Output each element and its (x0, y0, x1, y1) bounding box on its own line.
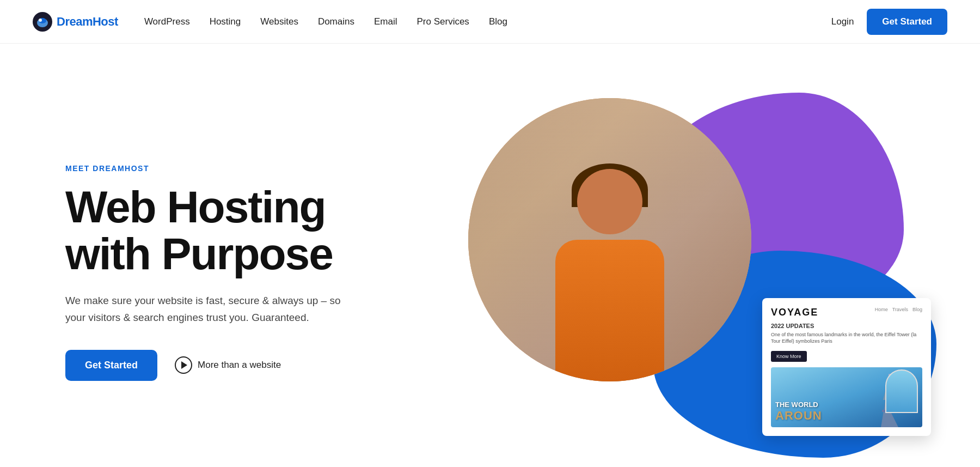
voyage-nav-blog: Blog (912, 307, 922, 312)
login-button[interactable]: Login (831, 16, 854, 27)
voyage-know-more-button[interactable]: Know More (771, 351, 807, 362)
hero-eyebrow: MEET DREAMHOST (65, 164, 403, 173)
main-nav: DreamHost WordPress Hosting Websites Dom… (0, 0, 980, 44)
hero-visual: VOYAGE Home Travels Blog 2022 UPDATES On… (436, 76, 947, 467)
photo-placeholder (468, 98, 751, 381)
nav-item-blog[interactable]: Blog (489, 16, 507, 27)
voyage-nav-home: Home (875, 307, 888, 312)
voyage-arch (885, 369, 918, 413)
voyage-world-section: THE WORLD AROUN (771, 367, 922, 427)
get-started-hero-button[interactable]: Get Started (65, 350, 157, 381)
voyage-description: One of the most famous landmarks in the … (771, 331, 922, 345)
voyage-nav-links: Home Travels Blog (875, 307, 922, 312)
person-figure (517, 153, 702, 381)
hero-photo (468, 98, 751, 381)
dreamhost-logo-icon (33, 12, 52, 32)
voyage-card-header: VOYAGE Home Travels Blog (771, 307, 922, 318)
more-than-website-button[interactable]: More than a website (175, 356, 281, 374)
logo-text: DreamHost (57, 15, 118, 29)
nav-links-list: WordPress Hosting Websites Domains Email… (144, 16, 831, 27)
person-head (577, 169, 642, 234)
get-started-nav-button[interactable]: Get Started (867, 9, 947, 35)
nav-right: Login Get Started (831, 9, 947, 35)
voyage-year-label: 2022 UPDATES (771, 323, 922, 329)
hero-title: Web Hosting with Purpose (65, 184, 403, 277)
hero-actions: Get Started More than a website (65, 350, 403, 381)
person-body (555, 240, 664, 381)
more-label-text: More than a website (198, 360, 281, 371)
hero-content: MEET DREAMHOST Web Hosting with Purpose … (65, 164, 403, 381)
hero-section: MEET DREAMHOST Web Hosting with Purpose … (0, 44, 980, 467)
nav-item-domains[interactable]: Domains (318, 16, 354, 27)
voyage-world-text: THE WORLD AROUN (775, 401, 822, 423)
nav-item-websites[interactable]: Websites (260, 16, 298, 27)
svg-point-3 (39, 19, 42, 22)
voyage-title: VOYAGE (771, 307, 818, 318)
nav-item-wordpress[interactable]: WordPress (144, 16, 190, 27)
hero-description: We make sure your website is fast, secur… (65, 293, 348, 326)
nav-item-hosting[interactable]: Hosting (210, 16, 241, 27)
voyage-card: VOYAGE Home Travels Blog 2022 UPDATES On… (762, 298, 931, 436)
voyage-around-label: AROUN (775, 409, 822, 423)
voyage-the-world-label: THE WORLD (775, 401, 822, 409)
play-icon (175, 356, 192, 374)
nav-item-pro-services[interactable]: Pro Services (417, 16, 469, 27)
play-triangle (181, 361, 187, 369)
voyage-nav-travels: Travels (892, 307, 908, 312)
nav-item-email[interactable]: Email (374, 16, 397, 27)
logo-link[interactable]: DreamHost (33, 12, 118, 32)
